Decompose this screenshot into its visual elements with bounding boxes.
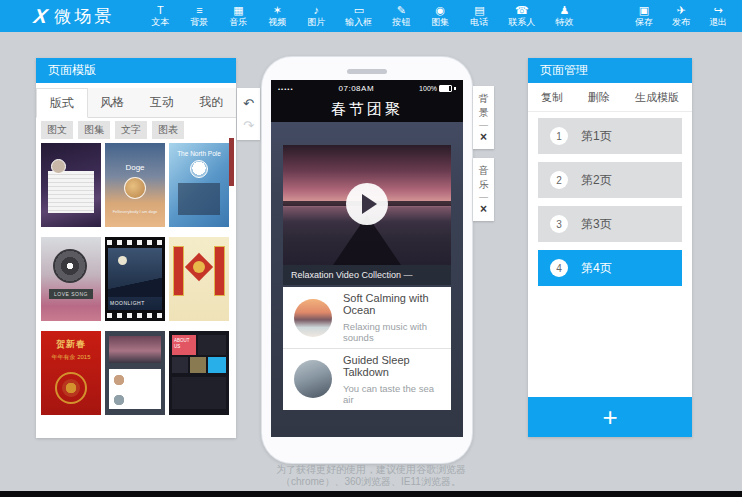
tool-music[interactable]: ▦音乐: [228, 5, 248, 27]
add-page-button[interactable]: +: [528, 397, 692, 437]
redo-icon[interactable]: ↷: [243, 119, 254, 132]
template-thumb-moonlight[interactable]: MOONLIGHT: [105, 237, 165, 321]
template-thumb-metro-tiles[interactable]: ABOUT US: [169, 331, 229, 415]
template-thumb-cny-red[interactable]: 贺新春年年有余 2015: [41, 331, 101, 415]
tool-input-box[interactable]: ▭输入框: [345, 5, 372, 27]
template-thumb-video-collection[interactable]: [105, 331, 165, 415]
page-number-badge: 2: [550, 171, 568, 189]
tool-label-publish: 发布: [672, 18, 690, 27]
tab-我的[interactable]: 我的: [187, 88, 237, 117]
filter-chip-图集[interactable]: 图集: [78, 121, 110, 139]
tool-label-phone: 电话: [470, 18, 488, 27]
tool-label-music: 音乐: [229, 18, 247, 27]
minimize-icon[interactable]: —: [479, 121, 488, 129]
tool-text[interactable]: T文本: [150, 5, 170, 27]
filter-chip-图文[interactable]: 图文: [41, 121, 73, 139]
media-thumb-ocean: [294, 299, 332, 337]
publish-icon: ✈: [676, 5, 685, 16]
tool-image[interactable]: ♪图片: [306, 5, 326, 27]
input-box-icon: ▭: [354, 5, 364, 16]
tool-exit[interactable]: ↪退出: [708, 5, 728, 27]
template-art: [55, 372, 87, 404]
media-text: Soft Calming with OceanRelaxing music wi…: [343, 292, 440, 343]
media-item-ocean[interactable]: Soft Calming with OceanRelaxing music wi…: [283, 287, 451, 348]
filter-chip-文字[interactable]: 文字: [115, 121, 147, 139]
media-thumb-rocks: [294, 360, 332, 398]
layer-tab-音乐[interactable]: 音乐—×: [473, 158, 494, 221]
save-icon: ▣: [639, 5, 649, 16]
template-scrollbar[interactable]: [229, 138, 234, 186]
template-thumb-doge[interactable]: DogeFellieverybody I am doge: [105, 143, 165, 227]
phone-icon: ▤: [474, 5, 484, 16]
tab-风格[interactable]: 风格: [88, 88, 138, 117]
tool-label-image: 图片: [307, 18, 325, 27]
tool-publish[interactable]: ✈发布: [671, 5, 691, 27]
page-item-2[interactable]: 2第2页: [538, 162, 682, 198]
play-icon[interactable]: [346, 183, 388, 225]
phone-speaker: [347, 69, 387, 74]
tool-save[interactable]: ▣保存: [634, 5, 654, 27]
phone-screen: ••••• 07:08AM 100% 春节团聚 Relaxation Video…: [271, 80, 463, 437]
template-thumb-love-song[interactable]: LOVE SONG: [41, 237, 101, 321]
minimize-icon[interactable]: —: [479, 193, 488, 201]
page-label: 第1页: [581, 128, 612, 145]
video-caption: Relaxation Video Collection —: [283, 265, 451, 285]
action-delete[interactable]: 删除: [588, 90, 610, 105]
button-icon: ✎: [397, 5, 406, 16]
video-block[interactable]: Relaxation Video Collection —: [283, 145, 451, 285]
page-number-badge: 3: [550, 215, 568, 233]
media-subtitle: Relaxing music with sounds: [343, 321, 440, 343]
template-thumb-north-pole[interactable]: The North Pole: [169, 143, 229, 227]
template-caption: 年年有余 2015: [41, 353, 101, 362]
layer-tab-label: 乐: [479, 179, 489, 190]
template-art: [185, 253, 213, 281]
page-manager-actions: 复制删除生成模版: [528, 83, 692, 112]
action-copy[interactable]: 复制: [541, 90, 563, 105]
tool-phone[interactable]: ▤电话: [469, 5, 489, 27]
tool-button[interactable]: ✎按钮: [391, 5, 411, 27]
template-caption: Fellieverybody I am doge: [105, 209, 165, 214]
layer-tab-label: 背: [479, 93, 489, 104]
close-icon[interactable]: ×: [480, 132, 487, 143]
tool-label-video: 视频: [268, 18, 286, 27]
tool-effects[interactable]: ♟特效: [554, 5, 574, 27]
tool-contacts[interactable]: ☎联系人: [508, 5, 535, 27]
tool-background[interactable]: ≡背景: [189, 5, 209, 27]
action-make-template[interactable]: 生成模版: [635, 90, 679, 105]
phone-statusbar: ••••• 07:08AM 100%: [271, 80, 463, 97]
template-title: ABOUT US: [174, 338, 194, 350]
tab-互动[interactable]: 互动: [137, 88, 187, 117]
template-title: 贺新春: [41, 338, 101, 351]
background-icon: ≡: [196, 5, 202, 16]
layer-tab-背景[interactable]: 背景—×: [473, 86, 494, 149]
tool-label-save: 保存: [635, 18, 653, 27]
page-item-3[interactable]: 3第3页: [538, 206, 682, 242]
media-item-rocks[interactable]: Guided Sleep TalkdownYou can taste the s…: [283, 348, 451, 409]
tool-video[interactable]: ✶视频: [267, 5, 287, 27]
tab-版式[interactable]: 版式: [36, 88, 88, 118]
close-icon[interactable]: ×: [480, 204, 487, 215]
page-heading[interactable]: 春节团聚: [271, 97, 463, 122]
template-art: [124, 177, 146, 199]
signal-dots: •••••: [278, 86, 294, 92]
app-logo: X 微场景: [34, 5, 114, 28]
template-title: Doge: [105, 163, 165, 172]
template-art: [190, 160, 208, 178]
media-text: Guided Sleep TalkdownYou can taste the s…: [343, 354, 440, 405]
browser-hint: 为了获得更好的使用，建议使用谷歌浏览器 （chrome）、360浏览器、IE11…: [0, 464, 742, 488]
effects-icon: ♟: [559, 5, 569, 16]
template-thumb-quote-card[interactable]: [41, 143, 101, 227]
page-item-1[interactable]: 1第1页: [538, 118, 682, 154]
template-panel-title: 页面模版: [36, 58, 236, 83]
tool-gallery[interactable]: ◉图集: [430, 5, 450, 27]
template-thumb-cny-couplets[interactable]: [169, 237, 229, 321]
page-number-badge: 4: [550, 259, 568, 277]
page-manager-panel: 页面管理 复制删除生成模版 1第1页2第2页3第3页4第4页 +: [528, 58, 692, 437]
template-title: LOVE SONG: [49, 289, 93, 299]
image-icon: ♪: [314, 5, 320, 16]
page-content: Relaxation Video Collection — Soft Calmi…: [271, 122, 463, 437]
filter-chip-图表[interactable]: 图表: [152, 121, 184, 139]
page-item-4[interactable]: 4第4页: [538, 250, 682, 286]
layer-tab-label: 景: [479, 107, 489, 118]
undo-icon[interactable]: ↶: [243, 97, 254, 110]
